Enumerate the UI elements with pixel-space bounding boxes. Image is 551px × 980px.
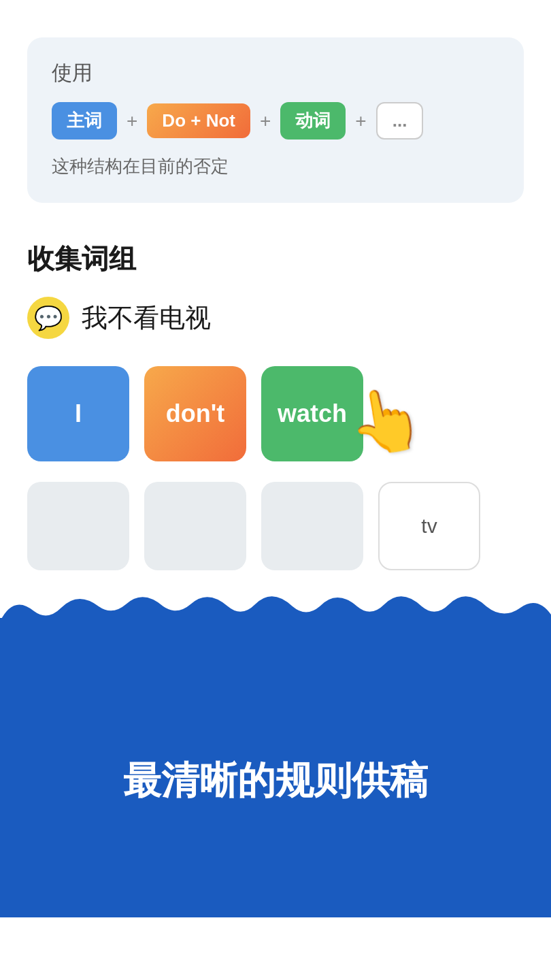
answer-slot-3	[261, 482, 363, 570]
word-button-i[interactable]: I	[27, 366, 129, 461]
formula-row: 主词 + Do + Not + 动词 + ...	[52, 102, 499, 140]
phrase-emoji: 💬	[27, 297, 69, 339]
word-button-dont[interactable]: don't	[144, 366, 246, 461]
word-buttons-group: I don't watch 👆	[27, 366, 424, 461]
phrase-text: 我不看电视	[82, 301, 211, 336]
answer-slots-row: tv	[27, 482, 524, 570]
card-title: 使用	[52, 59, 499, 87]
tag-verb: 动词	[280, 102, 346, 140]
tag-do-not: Do + Not	[147, 103, 250, 138]
grammar-card: 使用 主词 + Do + Not + 动词 + ... 这种结构在目前的否定	[27, 37, 524, 203]
bottom-section: 最清晰的规则供稿	[0, 618, 551, 917]
bubble-emoji-icon: 💬	[34, 304, 63, 331]
tag-subject: 主词	[52, 102, 117, 140]
plus-3: +	[355, 110, 366, 132]
bottom-title: 最清晰的规则供稿	[96, 701, 455, 834]
plus-1: +	[127, 110, 137, 132]
answer-slot-1	[27, 482, 129, 570]
answer-slot-4: tv	[378, 482, 480, 570]
plus-2: +	[260, 110, 271, 132]
tag-etc: ...	[376, 102, 424, 140]
phrase-row: 💬 我不看电视	[27, 297, 524, 339]
cloud-wave-icon	[0, 581, 551, 649]
card-description: 这种结构在目前的否定	[52, 154, 499, 178]
answer-slot-2	[144, 482, 246, 570]
hand-pointer-icon: 👆	[342, 379, 430, 463]
slot-4-text: tv	[421, 514, 437, 538]
section-title: 收集词组	[27, 240, 524, 278]
